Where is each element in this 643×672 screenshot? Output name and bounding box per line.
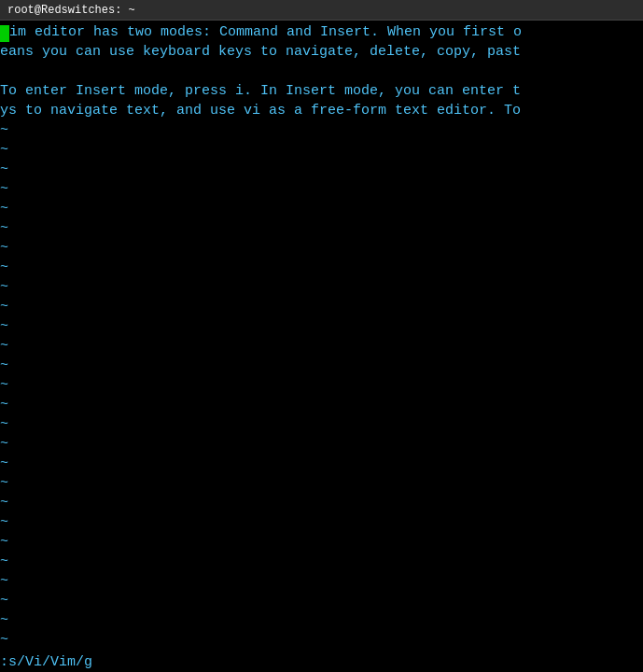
tilde-3: ~ [0,160,643,179]
terminal-line-4: To enter Insert mode, press i. In Insert… [0,81,643,101]
tilde-24: ~ [0,571,643,591]
tilde-18: ~ [0,454,643,473]
tilde-10: ~ [0,297,643,316]
tilde-21: ~ [0,512,643,532]
cursor [0,25,9,42]
tilde-5: ~ [0,199,643,218]
tilde-1: ~ [0,120,643,140]
line-1-text: im editor has two modes: Command and Ins… [9,24,522,40]
terminal-body: im editor has two modes: Command and Ins… [0,21,643,672]
line-4-text: To enter Insert mode, press i. In Insert… [0,83,521,99]
tilde-6: ~ [0,218,643,238]
terminal-line-5: ys to navigate text, and use vi as a fre… [0,101,643,120]
tilde-27: ~ [0,630,643,650]
tilde-9: ~ [0,277,643,297]
terminal-line-2: eans you can use keyboard keys to naviga… [0,42,643,62]
tilde-22: ~ [0,532,643,552]
line-5-text: ys to navigate text, and use vi as a fre… [0,103,521,119]
tilde-26: ~ [0,610,643,630]
tilde-12: ~ [0,336,643,356]
line-2-text: eans you can use keyboard keys to naviga… [0,44,521,60]
tilde-15: ~ [0,395,643,414]
tilde-14: ~ [0,375,643,395]
tilde-7: ~ [0,238,643,258]
tilde-2: ~ [0,140,643,160]
title-bar: root@Redswitches: ~ [0,0,643,21]
status-line[interactable]: :s/Vi/Vim/g [0,652,643,672]
tilde-20: ~ [0,493,643,512]
tilde-13: ~ [0,356,643,375]
tilde-4: ~ [0,179,643,199]
status-line-text: :s/Vi/Vim/g [0,654,92,670]
tilde-23: ~ [0,552,643,571]
tilde-8: ~ [0,258,643,277]
content-area: im editor has two modes: Command and Ins… [0,22,643,672]
tilde-16: ~ [0,414,643,434]
tilde-11: ~ [0,316,643,336]
terminal-line-1: im editor has two modes: Command and Ins… [0,22,643,42]
terminal-line-blank [0,62,643,81]
tilde-25: ~ [0,591,643,610]
title-text: root@Redswitches: ~ [7,4,135,17]
tilde-19: ~ [0,473,643,493]
tilde-17: ~ [0,434,643,454]
